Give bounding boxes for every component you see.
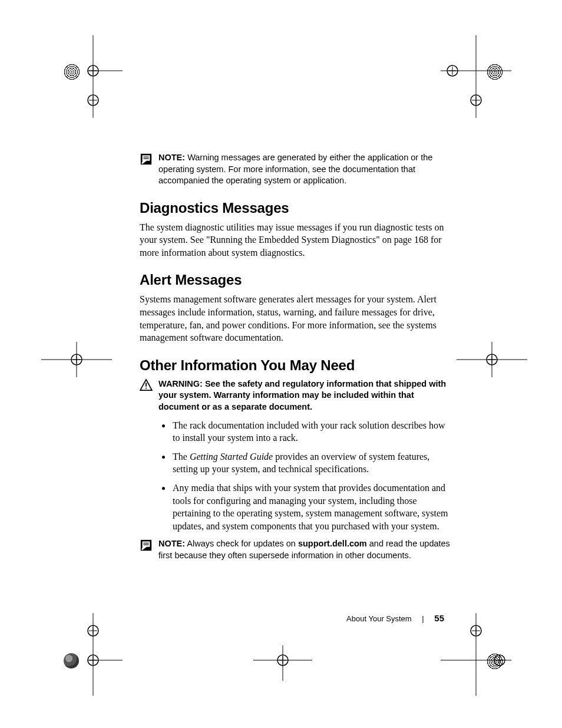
note-block-2: NOTE: Always check for updates on suppor…	[140, 538, 452, 561]
note-pre: Always check for updates on	[187, 539, 298, 548]
crop-mark-icon	[441, 613, 511, 696]
note-label: NOTE:	[158, 153, 185, 162]
registration-dot-icon	[64, 64, 80, 80]
paragraph-alert: Systems management software generates al…	[140, 293, 452, 344]
note-block-1: NOTE: Warning messages are generated by …	[140, 152, 452, 187]
paragraph-diagnostics: The system diagnostic utilities may issu…	[140, 221, 452, 259]
crop-mark-icon	[457, 342, 527, 377]
registration-dot-icon	[487, 64, 503, 80]
warning-text: WARNING: See the safety and regulatory i…	[158, 378, 452, 413]
support-url: support.dell.com	[298, 539, 367, 548]
crop-mark-icon	[87, 613, 123, 696]
crop-mark-icon	[87, 35, 123, 118]
footer-section: About Your System	[346, 614, 412, 623]
heading-alert: Alert Messages	[140, 272, 452, 288]
note-label: NOTE:	[158, 539, 185, 548]
note-icon	[140, 539, 153, 552]
warning-label: WARNING:	[158, 379, 203, 388]
heading-diagnostics: Diagnostics Messages	[140, 200, 452, 216]
page-content: NOTE: Warning messages are generated by …	[140, 152, 452, 572]
note-text-1: NOTE: Warning messages are generated by …	[158, 152, 452, 187]
heading-other-info: Other Information You May Need	[140, 357, 452, 374]
bullet-list: The rack documentation included with you…	[140, 419, 452, 533]
warning-icon	[140, 379, 153, 391]
footer-separator: |	[422, 614, 424, 623]
note-icon	[140, 153, 153, 166]
note-body: Warning messages are generated by either…	[158, 153, 432, 185]
svg-rect-2	[146, 387, 147, 388]
list-item: Any media that ships with your system th…	[171, 482, 452, 532]
svg-rect-1	[146, 383, 147, 386]
list-item: The rack documentation included with you…	[171, 419, 452, 444]
crop-mark-icon	[253, 645, 312, 681]
warning-block: WARNING: See the safety and regulatory i…	[140, 378, 452, 413]
page-footer: About Your System | 55	[346, 613, 444, 623]
crop-mark-icon	[41, 342, 112, 377]
getting-started-guide-ref: Getting Started Guide	[190, 452, 273, 462]
list-item: The Getting Started Guide provides an ov…	[171, 450, 452, 476]
note-text-2: NOTE: Always check for updates on suppor…	[158, 538, 452, 561]
registration-dot-icon	[64, 653, 79, 668]
registration-dot-icon	[487, 653, 503, 670]
